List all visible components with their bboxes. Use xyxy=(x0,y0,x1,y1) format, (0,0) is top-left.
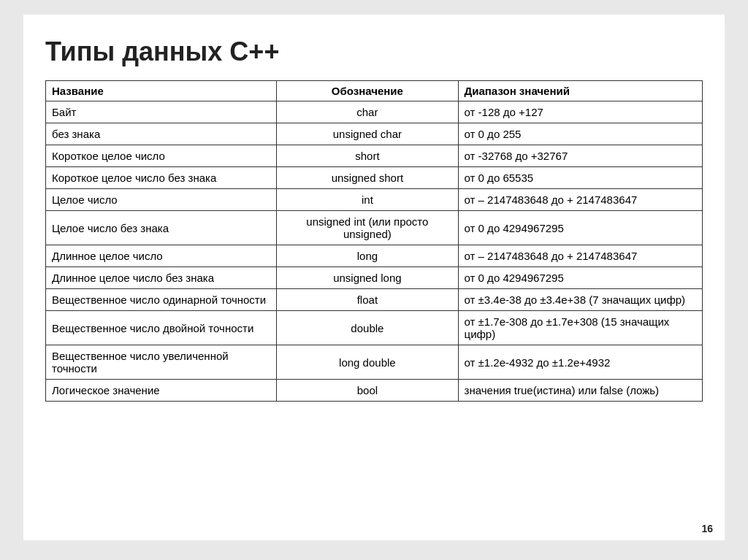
cell-range: от ±1.2е-4932 до ±1.2е+4932 xyxy=(458,345,702,380)
cell-name: Байт xyxy=(46,101,277,123)
cell-name: Длинное целое число xyxy=(46,245,277,267)
cell-range: от ±3.4е-38 до ±3.4е+38 (7 значащих цифр… xyxy=(458,289,702,311)
table-row: без знакаunsigned charот 0 до 255 xyxy=(46,123,703,145)
cell-notation: unsigned char xyxy=(277,123,458,145)
table-header-row: Название Обозначение Диапазон значений xyxy=(46,81,703,101)
data-types-table: Название Обозначение Диапазон значений Б… xyxy=(45,80,703,402)
table-row: Целое число без знакаunsigned int (или п… xyxy=(46,211,703,245)
table-row: Вещественное число двойной точностиdoubl… xyxy=(46,311,703,345)
cell-name: без знака xyxy=(46,123,277,145)
cell-range: значения true(истина) или false (ложь) xyxy=(458,380,702,402)
cell-notation: short xyxy=(277,145,458,167)
cell-name: Короткое целое число без знака xyxy=(46,167,277,189)
table-row: Байтcharот -128 до +127 xyxy=(46,101,703,123)
cell-name: Вещественное число увеличенной точности xyxy=(46,345,277,380)
cell-range: от -32768 до +32767 xyxy=(458,145,702,167)
cell-name: Длинное целое число без знака xyxy=(46,267,277,289)
col-header-notation: Обозначение xyxy=(277,81,458,101)
table-row: Вещественное число увеличенной точностиl… xyxy=(46,345,703,380)
cell-name: Короткое целое число xyxy=(46,145,277,167)
cell-range: от ±1.7е-308 до ±1.7е+308 (15 значащих ц… xyxy=(458,311,702,345)
table-row: Длинное целое число без знакаunsigned lo… xyxy=(46,267,703,289)
cell-name: Целое число без знака xyxy=(46,211,277,245)
page-number: 16 xyxy=(701,523,713,534)
table-row: Длинное целое числоlongот – 2147483648 д… xyxy=(46,245,703,267)
cell-notation: unsigned int (или просто unsigned) xyxy=(277,211,458,245)
cell-range: от 0 до 4294967295 xyxy=(458,267,702,289)
cell-notation: char xyxy=(277,101,458,123)
cell-range: от -128 до +127 xyxy=(458,101,702,123)
col-header-name: Название xyxy=(46,81,277,101)
cell-notation: long xyxy=(277,245,458,267)
cell-range: от – 2147483648 до + 2147483647 xyxy=(458,245,702,267)
cell-range: от 0 до 255 xyxy=(458,123,702,145)
cell-notation: unsigned short xyxy=(277,167,458,189)
page-title: Типы данных С++ xyxy=(45,37,703,67)
table-row: Целое числоintот – 2147483648 до + 21474… xyxy=(46,189,703,211)
cell-notation: double xyxy=(277,311,458,345)
cell-name: Целое число xyxy=(46,189,277,211)
slide: Типы данных С++ Название Обозначение Диа… xyxy=(23,15,725,540)
cell-notation: int xyxy=(277,189,458,211)
cell-range: от – 2147483648 до + 2147483647 xyxy=(458,189,702,211)
table-row: Короткое целое числоshortот -32768 до +3… xyxy=(46,145,703,167)
cell-name: Логическое значение xyxy=(46,380,277,402)
cell-name: Вещественное число двойной точности xyxy=(46,311,277,345)
cell-notation: unsigned long xyxy=(277,267,458,289)
cell-notation: float xyxy=(277,289,458,311)
cell-name: Вещественное число одинарной точности xyxy=(46,289,277,311)
cell-range: от 0 до 65535 xyxy=(458,167,702,189)
col-header-range: Диапазон значений xyxy=(458,81,702,101)
table-row: Вещественное число одинарной точностиflo… xyxy=(46,289,703,311)
cell-notation: long double xyxy=(277,345,458,380)
table-row: Логическое значениеboolзначения true(ист… xyxy=(46,380,703,402)
cell-range: от 0 до 4294967295 xyxy=(458,211,702,245)
table-row: Короткое целое число без знакаunsigned s… xyxy=(46,167,703,189)
cell-notation: bool xyxy=(277,380,458,402)
